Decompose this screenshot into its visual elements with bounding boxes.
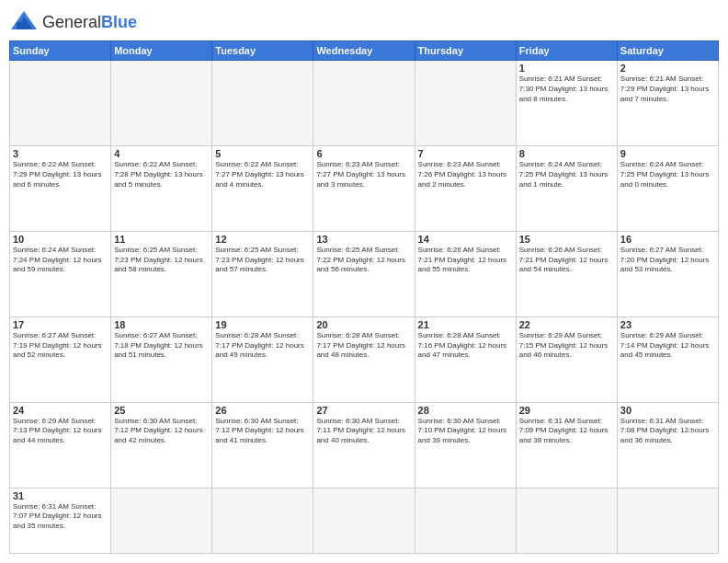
- day-number: 24: [13, 405, 108, 416]
- day-number: 15: [519, 234, 614, 245]
- calendar-cell: 4Sunrise: 6:22 AM Sunset: 7:28 PM Daylig…: [111, 145, 212, 231]
- calendar-cell: 17Sunrise: 6:27 AM Sunset: 7:19 PM Dayli…: [10, 316, 111, 402]
- day-number: 27: [316, 405, 411, 416]
- svg-rect-2: [17, 22, 22, 29]
- day-number: 6: [316, 148, 411, 159]
- day-number: 16: [620, 234, 715, 245]
- week-row-1: 1Sunrise: 6:21 AM Sunset: 7:30 PM Daylig…: [10, 61, 719, 146]
- calendar-cell: 3Sunrise: 6:22 AM Sunset: 7:29 PM Daylig…: [10, 145, 111, 231]
- calendar-cell: 13Sunrise: 6:25 AM Sunset: 7:22 PM Dayli…: [313, 231, 415, 316]
- day-number: 1: [519, 63, 614, 74]
- day-number: 25: [114, 405, 209, 416]
- day-number: 18: [114, 319, 209, 330]
- day-info: Sunrise: 6:30 AM Sunset: 7:12 PM Dayligh…: [215, 417, 310, 446]
- day-info: Sunrise: 6:22 AM Sunset: 7:29 PM Dayligh…: [13, 160, 108, 190]
- weekday-header-row: SundayMondayTuesdayWednesdayThursdayFrid…: [10, 41, 719, 61]
- calendar-cell: [212, 488, 313, 553]
- weekday-header-thursday: Thursday: [415, 41, 516, 61]
- day-info: Sunrise: 6:30 AM Sunset: 7:11 PM Dayligh…: [316, 417, 411, 446]
- day-number: 19: [215, 319, 310, 330]
- day-info: Sunrise: 6:31 AM Sunset: 7:09 PM Dayligh…: [519, 417, 614, 446]
- calendar-cell: 11Sunrise: 6:25 AM Sunset: 7:23 PM Dayli…: [111, 231, 212, 316]
- day-info: Sunrise: 6:23 AM Sunset: 7:27 PM Dayligh…: [316, 160, 411, 190]
- calendar-cell: [415, 488, 516, 553]
- day-number: 11: [114, 234, 209, 245]
- calendar-cell: 9Sunrise: 6:24 AM Sunset: 7:25 PM Daylig…: [617, 145, 718, 231]
- calendar-cell: 20Sunrise: 6:28 AM Sunset: 7:17 PM Dayli…: [313, 316, 415, 402]
- calendar-cell: 15Sunrise: 6:26 AM Sunset: 7:21 PM Dayli…: [516, 231, 617, 316]
- calendar-cell: 18Sunrise: 6:27 AM Sunset: 7:18 PM Dayli…: [111, 316, 212, 402]
- calendar-cell: 6Sunrise: 6:23 AM Sunset: 7:27 PM Daylig…: [313, 145, 415, 231]
- weekday-header-friday: Friday: [516, 41, 617, 61]
- day-number: 4: [114, 148, 209, 159]
- day-number: 5: [215, 148, 310, 159]
- day-info: Sunrise: 6:31 AM Sunset: 7:08 PM Dayligh…: [620, 417, 715, 446]
- logo-icon: [9, 9, 39, 35]
- day-number: 20: [316, 319, 411, 330]
- day-number: 22: [519, 319, 614, 330]
- header: GeneralBlue: [9, 9, 719, 35]
- day-number: 12: [215, 234, 310, 245]
- logo: GeneralBlue: [9, 9, 137, 35]
- weekday-header-saturday: Saturday: [617, 41, 718, 61]
- day-info: Sunrise: 6:28 AM Sunset: 7:16 PM Dayligh…: [418, 331, 513, 361]
- day-number: 21: [418, 319, 513, 330]
- day-number: 29: [519, 405, 614, 416]
- day-info: Sunrise: 6:24 AM Sunset: 7:24 PM Dayligh…: [13, 246, 108, 275]
- day-number: 28: [418, 405, 513, 416]
- week-row-3: 10Sunrise: 6:24 AM Sunset: 7:24 PM Dayli…: [10, 231, 719, 316]
- calendar-cell: 2Sunrise: 6:21 AM Sunset: 7:29 PM Daylig…: [617, 61, 718, 146]
- week-row-6: 31Sunrise: 6:31 AM Sunset: 7:07 PM Dayli…: [10, 488, 719, 553]
- calendar-cell: 8Sunrise: 6:24 AM Sunset: 7:25 PM Daylig…: [516, 145, 617, 231]
- day-info: Sunrise: 6:26 AM Sunset: 7:21 PM Dayligh…: [519, 246, 614, 275]
- calendar-cell: 27Sunrise: 6:30 AM Sunset: 7:11 PM Dayli…: [313, 402, 415, 488]
- week-row-5: 24Sunrise: 6:29 AM Sunset: 7:13 PM Dayli…: [10, 402, 719, 488]
- day-number: 8: [519, 148, 614, 159]
- day-number: 31: [13, 490, 108, 501]
- calendar-cell: 30Sunrise: 6:31 AM Sunset: 7:08 PM Dayli…: [617, 402, 718, 488]
- calendar-cell: [313, 61, 415, 146]
- day-info: Sunrise: 6:31 AM Sunset: 7:07 PM Dayligh…: [13, 502, 108, 532]
- calendar-cell: 31Sunrise: 6:31 AM Sunset: 7:07 PM Dayli…: [10, 488, 111, 553]
- day-number: 26: [215, 405, 310, 416]
- day-info: Sunrise: 6:23 AM Sunset: 7:26 PM Dayligh…: [418, 160, 513, 190]
- day-number: 17: [13, 319, 108, 330]
- calendar-cell: 23Sunrise: 6:29 AM Sunset: 7:14 PM Dayli…: [617, 316, 718, 402]
- day-info: Sunrise: 6:28 AM Sunset: 7:17 PM Dayligh…: [316, 331, 411, 361]
- day-info: Sunrise: 6:25 AM Sunset: 7:23 PM Dayligh…: [114, 246, 209, 275]
- calendar-cell: 14Sunrise: 6:26 AM Sunset: 7:21 PM Dayli…: [415, 231, 516, 316]
- weekday-header-wednesday: Wednesday: [313, 41, 415, 61]
- day-info: Sunrise: 6:30 AM Sunset: 7:10 PM Dayligh…: [418, 417, 513, 446]
- calendar-cell: 22Sunrise: 6:29 AM Sunset: 7:15 PM Dayli…: [516, 316, 617, 402]
- day-info: Sunrise: 6:27 AM Sunset: 7:18 PM Dayligh…: [114, 331, 209, 361]
- logo-text: GeneralBlue: [42, 13, 137, 32]
- page: GeneralBlue SundayMondayTuesdayWednesday…: [0, 0, 728, 563]
- day-info: Sunrise: 6:21 AM Sunset: 7:30 PM Dayligh…: [519, 75, 614, 104]
- weekday-header-tuesday: Tuesday: [212, 41, 313, 61]
- day-number: 7: [418, 148, 513, 159]
- calendar-cell: 26Sunrise: 6:30 AM Sunset: 7:12 PM Dayli…: [212, 402, 313, 488]
- calendar-cell: 1Sunrise: 6:21 AM Sunset: 7:30 PM Daylig…: [516, 61, 617, 146]
- calendar-cell: [617, 488, 718, 553]
- day-info: Sunrise: 6:26 AM Sunset: 7:21 PM Dayligh…: [418, 246, 513, 275]
- day-info: Sunrise: 6:24 AM Sunset: 7:25 PM Dayligh…: [519, 160, 614, 190]
- day-number: 3: [13, 148, 108, 159]
- week-row-4: 17Sunrise: 6:27 AM Sunset: 7:19 PM Dayli…: [10, 316, 719, 402]
- calendar-cell: 10Sunrise: 6:24 AM Sunset: 7:24 PM Dayli…: [10, 231, 111, 316]
- day-info: Sunrise: 6:24 AM Sunset: 7:25 PM Dayligh…: [620, 160, 715, 190]
- day-number: 10: [13, 234, 108, 245]
- calendar-cell: [111, 488, 212, 553]
- calendar-cell: 21Sunrise: 6:28 AM Sunset: 7:16 PM Dayli…: [415, 316, 516, 402]
- day-info: Sunrise: 6:22 AM Sunset: 7:28 PM Dayligh…: [114, 160, 209, 190]
- calendar: SundayMondayTuesdayWednesdayThursdayFrid…: [9, 40, 719, 554]
- calendar-cell: 24Sunrise: 6:29 AM Sunset: 7:13 PM Dayli…: [10, 402, 111, 488]
- day-number: 14: [418, 234, 513, 245]
- day-info: Sunrise: 6:29 AM Sunset: 7:13 PM Dayligh…: [13, 417, 108, 446]
- calendar-cell: [10, 61, 111, 146]
- day-info: Sunrise: 6:29 AM Sunset: 7:15 PM Dayligh…: [519, 331, 614, 361]
- day-number: 23: [620, 319, 715, 330]
- calendar-cell: [313, 488, 415, 553]
- day-info: Sunrise: 6:27 AM Sunset: 7:19 PM Dayligh…: [13, 331, 108, 361]
- calendar-cell: [212, 61, 313, 146]
- day-info: Sunrise: 6:27 AM Sunset: 7:20 PM Dayligh…: [620, 246, 715, 275]
